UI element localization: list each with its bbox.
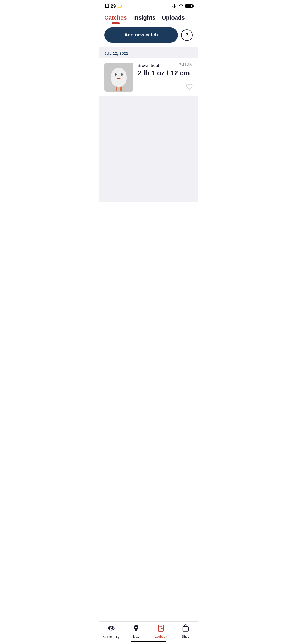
catch-time: 7:41 AM [179,63,193,67]
catch-heart-button[interactable] [186,83,193,92]
wifi-icon [179,4,183,9]
help-button[interactable]: ? [181,29,193,41]
time-display: 11:29 [104,4,116,9]
airplane-icon [172,4,177,9]
add-catch-section: Add new catch ? [99,23,198,47]
catch-photo [104,63,133,92]
battery-icon [185,4,193,9]
catch-thumbnail [104,63,133,92]
egg-eye-right [121,73,123,76]
catch-measurements: 2 lb 1 oz / 12 cm [138,69,193,77]
moon-icon: 🌙 [117,4,122,9]
egg-leg-left [116,87,117,91]
tab-uploads[interactable]: Uploads [162,14,185,23]
add-new-catch-button[interactable]: Add new catch [104,27,178,43]
catch-card[interactable]: Brown trout 2 lb 1 oz / 12 cm 7:41 AM [99,58,198,96]
status-time: 11:29 🌙 [104,4,122,9]
egg-leg-right [120,87,122,91]
tab-insights[interactable]: Insights [133,14,155,23]
tabs-container: Catches Insights Uploads [99,11,198,23]
date-label: JUL 12, 2021 [104,51,128,56]
empty-content-area [99,96,198,202]
date-section: JUL 12, 2021 [99,47,198,58]
content-area: Add new catch ? JUL 12, 2021 [99,23,198,202]
status-bar: 11:29 🌙 [99,0,198,11]
egg-mouth [117,78,121,79]
egg-eye-left [115,73,117,76]
help-label: ? [186,32,188,38]
egg-body [111,68,127,87]
egg-legs [116,87,122,91]
status-icons [172,4,193,9]
tab-catches[interactable]: Catches [104,14,127,23]
